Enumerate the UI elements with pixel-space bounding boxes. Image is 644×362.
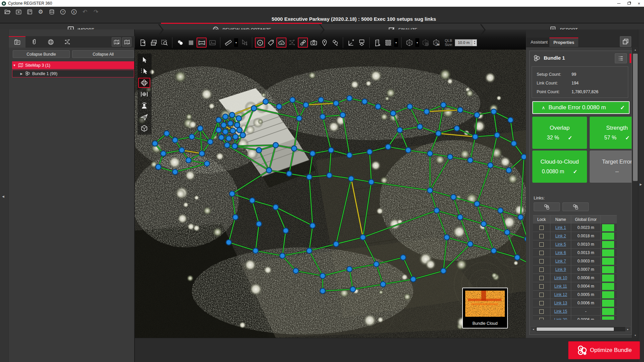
lock-checkbox[interactable] xyxy=(539,242,544,247)
point-color-button[interactable] xyxy=(175,38,185,48)
setup-node[interactable] xyxy=(234,122,240,128)
undo-button[interactable]: ↶ xyxy=(81,8,89,16)
bundle-list-button[interactable] xyxy=(615,53,627,63)
link-name-link[interactable]: Link 1 xyxy=(555,225,566,230)
tree-item-sitemap[interactable]: ▼ SiteMap 3 (1) xyxy=(12,61,134,69)
geotag-button[interactable] xyxy=(319,38,329,48)
open-project-button[interactable] xyxy=(3,8,11,16)
point-cloud-canvas[interactable]: Bundle Cloud xyxy=(135,50,526,338)
expand-right-panel-arrow[interactable]: ► xyxy=(639,182,643,186)
caret-down-icon[interactable]: ▼ xyxy=(12,64,17,67)
help-button[interactable] xyxy=(59,8,67,16)
lock-checkbox[interactable] xyxy=(539,276,544,280)
setup-node[interactable] xyxy=(451,194,456,200)
setup-node[interactable] xyxy=(226,240,231,245)
setup-node[interactable] xyxy=(198,126,203,131)
show-network-button[interactable] xyxy=(287,38,297,48)
setup-node[interactable] xyxy=(374,261,379,267)
setup-node[interactable] xyxy=(263,99,268,104)
setup-node[interactable] xyxy=(266,168,272,173)
collapse-left-panel-arrow[interactable]: ◄ xyxy=(1,194,5,198)
measure-dropdown[interactable]: ▼ xyxy=(234,38,238,47)
caret-right-icon[interactable]: ▶ xyxy=(19,72,24,75)
setup-node[interactable] xyxy=(172,137,178,143)
lock-checkbox[interactable] xyxy=(539,259,544,263)
setup-node[interactable] xyxy=(273,204,278,210)
links-horizontal-scrollbar[interactable]: ◄ ► xyxy=(530,326,631,332)
link-name-link[interactable]: Link 10 xyxy=(554,276,567,280)
scroll-up-arrow[interactable]: ▲ xyxy=(632,47,638,52)
setup-node[interactable] xyxy=(491,109,496,114)
about-button[interactable] xyxy=(70,8,78,16)
setup-node[interactable] xyxy=(307,248,312,253)
setup-node[interactable] xyxy=(350,287,356,292)
lock-checkbox[interactable] xyxy=(539,267,544,272)
optimize-bundle-button[interactable]: Optimize Bundle xyxy=(568,341,640,359)
setup-node[interactable] xyxy=(417,124,423,129)
show-links-button[interactable] xyxy=(298,38,308,48)
setup-node[interactable] xyxy=(310,151,315,156)
setup-node[interactable] xyxy=(320,114,325,119)
selection-box-button[interactable] xyxy=(383,38,393,48)
setup-node[interactable] xyxy=(216,127,221,133)
setup-positions-button[interactable] xyxy=(330,38,340,48)
building-slice-button[interactable] xyxy=(372,38,382,48)
setup-node[interactable] xyxy=(444,235,449,240)
solid-view-button[interactable] xyxy=(186,38,196,48)
add-coordinate-button[interactable] xyxy=(346,38,356,48)
setup-node[interactable] xyxy=(458,107,463,113)
setup-node[interactable] xyxy=(380,282,386,287)
setup-node[interactable] xyxy=(521,154,526,160)
setup-node[interactable] xyxy=(283,228,288,233)
setup-node[interactable] xyxy=(447,154,453,160)
setup-node[interactable] xyxy=(367,149,372,155)
look-around-tool-button[interactable] xyxy=(138,101,150,111)
settings-button[interactable]: ⚙ xyxy=(37,8,45,16)
setup-node[interactable] xyxy=(360,235,366,240)
setup-node[interactable] xyxy=(156,164,161,170)
setup-node[interactable] xyxy=(204,161,210,166)
duplicate-view-button[interactable] xyxy=(149,38,159,48)
setup-node[interactable] xyxy=(232,143,237,149)
tab-project-files[interactable] xyxy=(9,36,25,48)
lock-links-button[interactable] xyxy=(534,202,560,211)
setup-node[interactable] xyxy=(458,215,463,220)
setup-node[interactable] xyxy=(179,147,184,153)
setup-node[interactable] xyxy=(369,179,374,185)
link-name-link[interactable]: Link 6 xyxy=(555,250,566,255)
show-targets-button[interactable] xyxy=(255,38,265,48)
image-view-button[interactable] xyxy=(207,38,217,48)
lock-checkbox[interactable] xyxy=(539,309,544,314)
setup-node[interactable] xyxy=(307,174,312,180)
link-name-link[interactable]: Link 13 xyxy=(554,301,567,305)
setup-node[interactable] xyxy=(291,146,297,151)
metric-tile-overlap[interactable]: Overlap 32 %✓ xyxy=(532,117,587,149)
setup-node[interactable] xyxy=(199,151,205,156)
setup-node[interactable] xyxy=(310,223,315,228)
setup-node[interactable] xyxy=(253,248,258,253)
collapse-bundle-button[interactable]: Collapse Bundle xyxy=(13,50,70,58)
setup-node[interactable] xyxy=(347,266,352,272)
setup-node[interactable] xyxy=(504,230,510,235)
setup-node[interactable] xyxy=(481,221,486,227)
setup-node[interactable] xyxy=(256,147,262,153)
bundle-cloud-thumbnail[interactable]: Bundle Cloud xyxy=(462,288,508,328)
close-project-button[interactable] xyxy=(14,8,22,16)
lock-checkbox[interactable] xyxy=(539,234,544,238)
setup-node[interactable] xyxy=(164,131,169,136)
setup-node[interactable] xyxy=(327,173,332,178)
link-name-link[interactable]: Link 2 xyxy=(555,234,566,238)
setup-node[interactable] xyxy=(224,142,230,148)
bundle-error-bar[interactable]: ∧ Bundle Error 0.0080 m ✓ xyxy=(532,101,630,114)
link-name-link[interactable]: Link 5 xyxy=(555,242,566,247)
lock-checkbox[interactable] xyxy=(539,284,544,289)
add-sitemap-button[interactable] xyxy=(112,37,121,47)
snapshot-button[interactable] xyxy=(309,38,319,48)
metric-tile-cloud-to-cloud[interactable]: Cloud-to-Cloud 0.0080 m✓ xyxy=(532,150,587,183)
tab-attachments[interactable] xyxy=(25,36,42,48)
lock-checkbox[interactable] xyxy=(539,301,544,305)
lock-checkbox[interactable] xyxy=(539,318,544,320)
setup-node[interactable] xyxy=(494,132,500,138)
setup-node[interactable] xyxy=(256,221,262,227)
setup-node[interactable] xyxy=(251,106,257,111)
